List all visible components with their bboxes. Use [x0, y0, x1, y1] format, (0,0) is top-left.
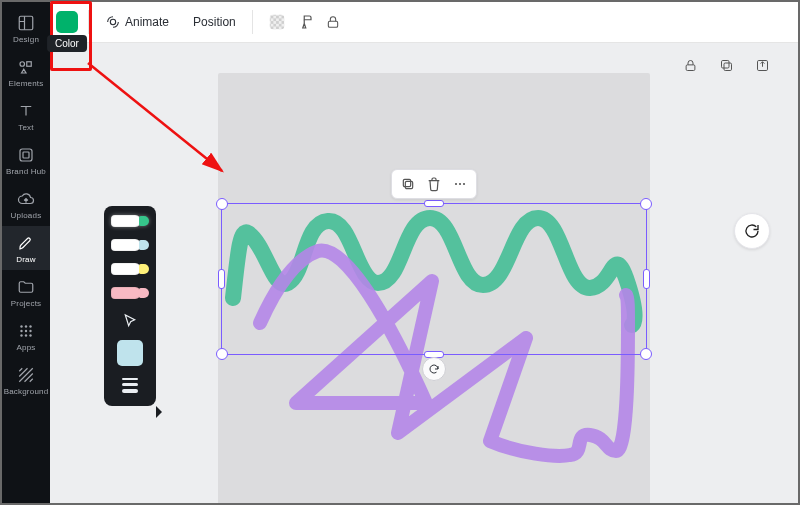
color-tooltip: Color [47, 35, 87, 52]
svg-rect-4 [23, 152, 29, 158]
sidebar-item-apps[interactable]: Apps [2, 314, 50, 358]
brand-icon [17, 146, 35, 164]
resize-handle-br[interactable] [640, 348, 652, 360]
resize-handle-r[interactable] [643, 269, 650, 289]
svg-rect-19 [328, 21, 337, 27]
top-toolbar: Color Animate Position [50, 2, 798, 43]
resize-handle-l[interactable] [218, 269, 225, 289]
design-canvas[interactable] [218, 73, 650, 503]
svg-rect-25 [403, 179, 410, 186]
format-paint-icon [296, 13, 314, 31]
sidebar-item-label: Projects [11, 299, 42, 308]
folder-icon [17, 278, 35, 296]
color-swatch-button[interactable] [56, 11, 78, 33]
duplicate-button[interactable] [396, 172, 420, 196]
svg-rect-18 [270, 15, 284, 29]
transparency-button[interactable] [263, 8, 291, 36]
draw-tool-palette [104, 206, 156, 406]
transparency-icon [268, 13, 286, 31]
animate-label: Animate [125, 15, 169, 29]
sync-icon [428, 363, 440, 375]
rotate-handle[interactable] [734, 213, 770, 249]
stage-lock-button[interactable] [676, 51, 704, 79]
resize-handle-tr[interactable] [640, 198, 652, 210]
position-label: Position [193, 15, 236, 29]
pen-highlighter-pink[interactable] [111, 284, 149, 302]
lock-icon [683, 58, 698, 73]
left-sidebar: Design Elements Text Brand Hub Uploads D… [2, 2, 50, 503]
svg-rect-0 [19, 16, 33, 30]
sidebar-item-design[interactable]: Design [2, 6, 50, 50]
app-frame: Design Elements Text Brand Hub Uploads D… [0, 0, 800, 505]
sidebar-item-uploads[interactable]: Uploads [2, 182, 50, 226]
separator [252, 10, 253, 34]
resize-handle-tl[interactable] [216, 198, 228, 210]
background-icon [17, 366, 35, 384]
sidebar-item-label: Apps [16, 343, 35, 352]
palette-color-button[interactable] [117, 340, 143, 366]
svg-point-13 [29, 334, 31, 336]
svg-rect-22 [721, 60, 729, 68]
palette-expand-arrow[interactable] [156, 406, 162, 418]
rotate-icon [743, 222, 761, 240]
more-icon [452, 176, 468, 192]
svg-point-11 [20, 334, 22, 336]
copy-icon [719, 58, 734, 73]
sidebar-item-text[interactable]: Text [2, 94, 50, 138]
sidebar-item-label: Draw [16, 255, 35, 264]
svg-point-1 [20, 62, 25, 67]
canvas-stage[interactable] [50, 43, 798, 503]
more-options-button[interactable] [448, 172, 472, 196]
svg-point-7 [29, 325, 31, 327]
position-button[interactable]: Position [187, 11, 242, 33]
animate-icon [105, 14, 121, 30]
cursor-tool-button[interactable] [117, 308, 143, 334]
separator [88, 10, 89, 34]
sidebar-item-label: Brand Hub [6, 167, 46, 176]
animate-button[interactable]: Animate [99, 10, 175, 34]
delete-button[interactable] [422, 172, 446, 196]
svg-rect-24 [405, 181, 412, 188]
resize-handle-t[interactable] [424, 200, 444, 207]
svg-point-12 [25, 334, 27, 336]
stroke-weight-button[interactable] [117, 372, 143, 398]
shapes-icon [17, 58, 35, 76]
svg-point-28 [463, 183, 465, 185]
apps-grid-icon [17, 322, 35, 340]
copy-style-button[interactable] [291, 8, 319, 36]
svg-point-27 [459, 183, 461, 185]
svg-point-8 [20, 330, 22, 332]
sidebar-item-elements[interactable]: Elements [2, 50, 50, 94]
pen-marker-blue[interactable] [111, 236, 149, 254]
sidebar-item-brandhub[interactable]: Brand Hub [2, 138, 50, 182]
svg-rect-2 [27, 62, 32, 67]
pen-marker-green[interactable] [111, 212, 149, 230]
lock-button[interactable] [319, 8, 347, 36]
svg-point-6 [25, 325, 27, 327]
layout-icon [17, 14, 35, 32]
stage-duplicate-button[interactable] [712, 51, 740, 79]
resize-handle-bl[interactable] [216, 348, 228, 360]
sidebar-item-draw[interactable]: Draw [2, 226, 50, 270]
selection-box[interactable] [221, 203, 647, 355]
pen-highlighter-yellow[interactable] [111, 260, 149, 278]
stage-actions [676, 51, 776, 79]
main-area: Color Animate Position [50, 2, 798, 503]
svg-rect-3 [20, 149, 32, 161]
sidebar-item-projects[interactable]: Projects [2, 270, 50, 314]
svg-point-10 [29, 330, 31, 332]
sidebar-item-background[interactable]: Background [2, 358, 50, 402]
stage-share-button[interactable] [748, 51, 776, 79]
sidebar-item-label: Background [4, 387, 49, 396]
share-icon [755, 58, 770, 73]
svg-point-26 [455, 183, 457, 185]
svg-rect-20 [686, 64, 695, 70]
svg-point-14 [110, 19, 115, 24]
sidebar-item-label: Uploads [11, 211, 42, 220]
duplicate-icon [400, 176, 416, 192]
text-icon [17, 102, 35, 120]
svg-point-9 [25, 330, 27, 332]
sidebar-item-label: Design [13, 35, 39, 44]
pencil-icon [17, 234, 35, 252]
sync-indicator[interactable] [422, 357, 446, 381]
